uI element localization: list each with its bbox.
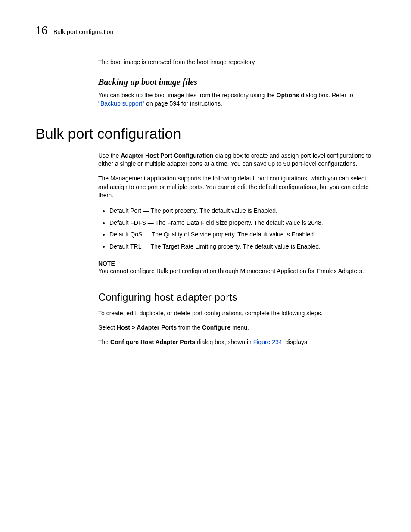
- text-run: Select: [98, 324, 117, 331]
- config-paragraph-1: To create, edit, duplicate, or delete po…: [98, 309, 376, 318]
- text-run: Use the: [98, 152, 121, 159]
- list-item: Default QoS — The Quality of Service pro…: [109, 230, 376, 240]
- link-figure-234[interactable]: Figure 234: [253, 339, 282, 345]
- note-text: You cannot configure Bulk port configura…: [98, 267, 376, 275]
- content-column: Use the Adapter Host Port Configuration …: [98, 152, 376, 347]
- bulk-paragraph-1: Use the Adapter Host Port Configuration …: [98, 152, 376, 168]
- note-box: NOTE You cannot configure Bulk port conf…: [98, 258, 376, 278]
- text-bold-host-adapter-ports: Host > Adapter Ports: [117, 324, 177, 331]
- text-bold-configure: Configure: [202, 324, 230, 331]
- text-run: dialog box. Refer to: [299, 92, 353, 99]
- document-page: 16 Bulk port configuration The boot imag…: [0, 0, 411, 370]
- text-run: The: [98, 339, 110, 345]
- text-bold-options: Options: [277, 92, 299, 99]
- text-run: on page 594 for instructions.: [144, 100, 222, 107]
- heading-bulk-port-configuration: Bulk port configuration: [35, 125, 376, 142]
- page-header: 16 Bulk port configuration: [35, 24, 376, 37]
- header-title: Bulk port configuration: [53, 28, 113, 36]
- text-run: You can back up the boot image files fro…: [98, 92, 277, 99]
- text-bold-config-host-ports: Configure Host Adapter Ports: [110, 339, 195, 345]
- content-column: The boot image is removed from the boot …: [98, 58, 376, 108]
- note-label: NOTE: [98, 260, 376, 267]
- bulk-paragraph-2: The Management application supports the …: [98, 174, 376, 200]
- list-item: Default TRL — The Target Rate Limiting p…: [109, 242, 376, 252]
- list-item: Default FDFS — The Frame Data Field Size…: [109, 218, 376, 228]
- config-paragraph-2: Select Host > Adapter Ports from the Con…: [98, 324, 376, 332]
- text-run: from the: [177, 324, 202, 331]
- text-run: , displays.: [282, 339, 309, 345]
- default-config-list: Default Port — The port property. The de…: [98, 206, 376, 252]
- text-bold-adapter-host: Adapter Host Port Configuration: [121, 152, 213, 159]
- text-run: dialog box, shown in: [195, 339, 253, 345]
- text-run: menu.: [230, 324, 249, 331]
- list-item: Default Port — The port property. The de…: [109, 206, 376, 216]
- heading-configuring-host-adapter-ports: Configuring host adapter ports: [98, 291, 376, 303]
- heading-backing-up: Backing up boot image files: [98, 77, 376, 87]
- link-backup-support[interactable]: "Backup support": [98, 100, 144, 107]
- chapter-number: 16: [35, 24, 47, 36]
- intro-paragraph: The boot image is removed from the boot …: [98, 58, 376, 67]
- config-paragraph-3: The Configure Host Adapter Ports dialog …: [98, 338, 376, 347]
- backing-paragraph: You can back up the boot image files fro…: [98, 91, 376, 108]
